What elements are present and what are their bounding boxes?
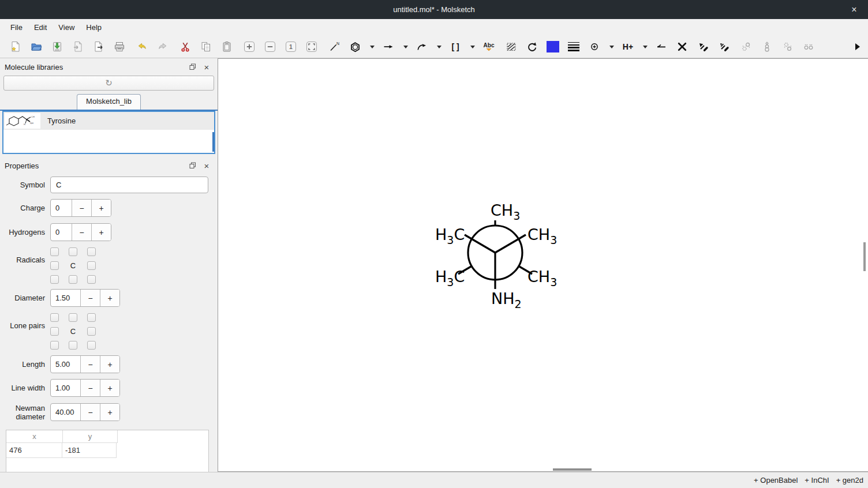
zoom-reset-button[interactable]: 1	[283, 39, 298, 54]
hydrogen-tool[interactable]: H+	[620, 39, 635, 54]
atom-label-upper-left[interactable]: H3C	[435, 226, 465, 246]
curved-arrow-tool[interactable]	[414, 39, 429, 54]
radical-checkbox[interactable]	[69, 275, 77, 284]
hydrogens-value[interactable]: 0	[51, 224, 72, 241]
window-close-button[interactable]: ×	[846, 0, 862, 19]
symbol-input[interactable]: C	[50, 177, 208, 193]
newman-diameter-value[interactable]: 40.00	[51, 404, 80, 421]
atom-label-upper-right[interactable]: CH3	[527, 226, 557, 246]
newman-diameter-decrement-button[interactable]: −	[80, 404, 100, 421]
import-button[interactable]	[70, 39, 85, 54]
radical-checkbox[interactable]	[50, 275, 59, 284]
menu-help[interactable]: Help	[80, 21, 107, 34]
undo-button[interactable]	[134, 39, 149, 54]
length-decrement-button[interactable]: −	[80, 356, 100, 373]
ring-dropdown[interactable]	[368, 39, 376, 54]
zoom-in-button[interactable]	[242, 39, 257, 54]
ring-tool[interactable]	[347, 39, 362, 54]
radical-checkbox[interactable]	[50, 247, 59, 256]
mechanism-tool-2[interactable]	[716, 39, 731, 54]
charge-decrement-button[interactable]: −	[72, 200, 91, 216]
molecule-tool-2[interactable]	[760, 39, 775, 54]
toolbar-expand-button[interactable]	[853, 39, 862, 54]
radical-checkbox[interactable]	[50, 261, 59, 270]
newman-diameter-increment-button[interactable]: +	[100, 404, 119, 421]
tab-molsketch-lib[interactable]: Molsketch_lib	[77, 94, 141, 110]
open-file-button[interactable]	[29, 39, 44, 54]
library-list-scrollbar[interactable]	[212, 132, 214, 152]
line-width-value[interactable]: 1.00	[51, 380, 80, 396]
dock-float-button[interactable]	[188, 62, 198, 72]
radical-checkbox[interactable]	[87, 247, 96, 256]
molecule-tool-4[interactable]	[801, 39, 816, 54]
retrosynthesis-arrow-tool[interactable]	[654, 39, 669, 54]
redo-button[interactable]	[155, 39, 170, 54]
lone-pair-checkbox[interactable]	[87, 341, 96, 350]
atom-label-lower-left[interactable]: H3C	[435, 268, 465, 288]
hydrogen-dropdown[interactable]	[641, 39, 649, 54]
rotate-tool[interactable]	[525, 39, 540, 54]
atom-label-top[interactable]: CH3	[491, 201, 520, 222]
diameter-decrement-button[interactable]: −	[80, 290, 100, 306]
menu-file[interactable]: File	[5, 21, 28, 34]
arrow-tool[interactable]	[381, 39, 396, 54]
mechanism-tool-1[interactable]	[695, 39, 710, 54]
dock-close-button[interactable]: ×	[201, 160, 212, 171]
menu-view[interactable]: View	[53, 21, 80, 34]
export-button[interactable]	[91, 39, 106, 54]
hydrogens-decrement-button[interactable]: −	[72, 224, 91, 241]
color-picker[interactable]	[545, 39, 560, 54]
lone-pair-checkbox[interactable]	[50, 327, 59, 336]
copy-button[interactable]	[199, 39, 214, 54]
canvas-horizontal-scrollbar[interactable]	[553, 468, 592, 471]
lone-pair-checkbox[interactable]	[87, 327, 96, 336]
canvas-vertical-scrollbar[interactable]	[863, 242, 866, 271]
list-item-tyrosine[interactable]: CH H NH Tyrosine	[3, 112, 214, 130]
radical-checkbox[interactable]	[87, 261, 96, 270]
menu-edit[interactable]: Edit	[28, 21, 53, 34]
diameter-increment-button[interactable]: +	[100, 290, 119, 306]
coordinate-x-cell[interactable]: 476	[6, 443, 62, 458]
refresh-libraries-button[interactable]: ↻	[3, 76, 214, 91]
length-increment-button[interactable]: +	[100, 356, 119, 373]
line-width-increment-button[interactable]: +	[100, 380, 119, 396]
selection-hatch-tool[interactable]	[504, 39, 519, 54]
lone-pair-checkbox[interactable]	[50, 341, 59, 350]
library-list[interactable]: CH H NH Tyrosine	[2, 111, 215, 154]
atom-label-bottom[interactable]: NH2	[491, 290, 522, 310]
charge-value[interactable]: 0	[51, 200, 72, 216]
zoom-out-button[interactable]	[263, 39, 278, 54]
molecule-tool-3[interactable]	[780, 39, 795, 54]
coordinate-y-cell[interactable]: -181	[62, 443, 117, 458]
radical-checkbox[interactable]	[69, 247, 77, 256]
paste-button[interactable]	[219, 39, 234, 54]
radical-checkbox[interactable]	[87, 275, 96, 284]
lone-pair-checkbox[interactable]	[50, 313, 59, 322]
atom-label-lower-right[interactable]: CH3	[527, 268, 557, 288]
zoom-fit-button[interactable]	[304, 39, 319, 54]
length-value[interactable]: 5.00	[51, 356, 80, 373]
bracket-dropdown[interactable]	[469, 39, 477, 54]
charge-tool[interactable]	[587, 39, 602, 54]
dock-close-button[interactable]: ×	[201, 62, 212, 72]
lone-pair-checkbox[interactable]	[87, 313, 96, 322]
bracket-tool[interactable]: [ ]	[448, 39, 463, 54]
drawing-canvas[interactable]: CH3 H3C CH3 H3C CH3 NH2	[218, 58, 868, 472]
arrow-dropdown[interactable]	[402, 39, 410, 54]
line-width-decrement-button[interactable]: −	[80, 380, 100, 396]
newman-projection-molecule[interactable]: CH3 H3C CH3 H3C CH3 NH2	[432, 197, 564, 318]
line-width-tool[interactable]	[566, 39, 581, 54]
lone-pair-checkbox[interactable]	[69, 313, 77, 322]
draw-bond-tool[interactable]: N	[327, 39, 342, 54]
diameter-value[interactable]: 1.50	[51, 290, 80, 306]
delete-tool[interactable]	[675, 39, 690, 54]
text-tool[interactable]: Abc	[481, 39, 496, 54]
print-button[interactable]	[112, 39, 127, 54]
dock-float-button[interactable]	[188, 160, 198, 171]
molecule-tool-1[interactable]	[739, 39, 754, 54]
lone-pair-checkbox[interactable]	[69, 341, 77, 350]
cut-button[interactable]	[178, 39, 193, 54]
charge-dropdown[interactable]	[608, 39, 616, 54]
hydrogens-increment-button[interactable]: +	[91, 224, 111, 241]
charge-increment-button[interactable]: +	[91, 200, 111, 216]
